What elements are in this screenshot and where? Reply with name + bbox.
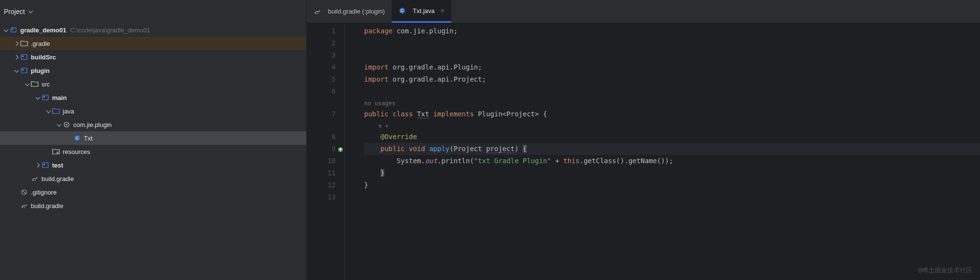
- line-number: 5: [307, 73, 336, 85]
- module-icon: [41, 161, 49, 169]
- tree-item-label: java: [63, 108, 74, 115]
- tab-txt-java[interactable]: CTxt.java×: [392, 0, 451, 23]
- code-line[interactable]: @Override: [364, 131, 980, 143]
- tree-item--gitignore[interactable]: .gitignore: [0, 185, 306, 199]
- package-icon: [63, 121, 70, 128]
- sidebar-header[interactable]: Project: [0, 0, 306, 23]
- svg-rect-0: [11, 28, 16, 32]
- arrow-none-icon: [13, 202, 20, 210]
- tree-item-build-gradle[interactable]: build.gradle: [0, 172, 306, 185]
- tree-root[interactable]: gradle_demo01 C:\code\java\gradle_demo01: [0, 23, 306, 37]
- source-folder-icon: [52, 107, 60, 115]
- svg-point-20: [24, 207, 25, 208]
- arrow-expanded-icon[interactable]: [44, 107, 52, 115]
- arrow-none-icon: [13, 188, 20, 196]
- code-line[interactable]: [364, 191, 980, 203]
- line-number: 10: [307, 155, 336, 167]
- chevron-down-icon: [29, 8, 32, 15]
- tree-item-label: plugin: [31, 67, 50, 74]
- arrow-expanded-icon[interactable]: [13, 67, 20, 74]
- class-icon: C: [398, 7, 406, 14]
- arrow-expanded-icon[interactable]: [34, 94, 41, 101]
- module-icon: [20, 67, 28, 74]
- code-line[interactable]: package com.jie.plugin;: [364, 25, 980, 37]
- code-line[interactable]: import org.gradle.api.Project;: [364, 73, 980, 85]
- project-tree: gradle_demo01 C:\code\java\gradle_demo01…: [0, 23, 306, 280]
- close-icon[interactable]: ×: [440, 7, 444, 14]
- arrow-collapsed-icon[interactable]: [34, 161, 41, 169]
- arrow-collapsed-icon[interactable]: [13, 53, 20, 61]
- line-number: 7: [307, 108, 336, 120]
- root-path: C:\code\java\gradle_demo01: [70, 27, 150, 34]
- module-icon: [41, 94, 49, 101]
- line-number: 6: [307, 85, 336, 98]
- svg-line-18: [23, 191, 26, 194]
- project-sidebar: Project gradle_demo01 C:\code\java\gradl…: [0, 0, 307, 280]
- code-line[interactable]: public void apply(Project project) {: [364, 143, 980, 155]
- inlay-action-icon[interactable]: ⚗ ▾: [364, 120, 980, 131]
- tree-item-build-gradle[interactable]: build.gradle: [0, 199, 306, 212]
- code-line[interactable]: [364, 49, 980, 61]
- code-line[interactable]: [364, 85, 980, 98]
- root-name: gradle_demo01: [20, 27, 66, 34]
- tree-item-java[interactable]: java: [0, 104, 306, 118]
- line-number: 13: [307, 191, 336, 203]
- code-line[interactable]: [364, 37, 980, 49]
- arrow-none-icon: [23, 175, 31, 182]
- folder-icon: [31, 80, 39, 88]
- code-line[interactable]: import org.gradle.api.Plugin;: [364, 61, 980, 73]
- svg-point-22: [317, 13, 318, 14]
- svg-rect-2: [21, 55, 27, 59]
- arrow-expanded-icon[interactable]: [2, 26, 10, 34]
- tab-label: Txt.java: [413, 7, 435, 14]
- tree-item-label: main: [52, 94, 67, 101]
- tree-item-src[interactable]: src: [0, 77, 306, 91]
- code-line[interactable]: }: [364, 167, 980, 179]
- svg-rect-7: [43, 96, 45, 98]
- tree-item-resources[interactable]: resources: [0, 145, 306, 158]
- tree-item-label: Txt: [84, 135, 93, 142]
- svg-text:C: C: [401, 8, 404, 13]
- tree-item-label: resources: [63, 148, 90, 155]
- svg-point-15: [33, 180, 34, 181]
- svg-point-12: [56, 152, 58, 154]
- svg-rect-6: [42, 95, 48, 100]
- code-editor[interactable]: 12345678910111213 package com.jie.plugin…: [307, 23, 980, 280]
- svg-rect-4: [21, 68, 27, 73]
- gradle-icon: [31, 175, 39, 182]
- code-content[interactable]: package com.jie.plugin;import org.gradle…: [344, 23, 980, 280]
- line-number: 2: [307, 37, 336, 49]
- code-line[interactable]: public class Txt implements Plugin<Proje…: [364, 108, 980, 120]
- line-number: 9: [307, 143, 336, 155]
- class-icon: C: [73, 134, 81, 142]
- tree-item-label: buildSrc: [31, 54, 56, 61]
- arrow-expanded-icon[interactable]: [55, 121, 63, 128]
- tree-item-plugin[interactable]: plugin: [0, 64, 306, 77]
- svg-rect-5: [22, 69, 24, 70]
- svg-rect-14: [43, 164, 45, 165]
- tree-item-label: .gitignore: [31, 189, 56, 196]
- tab-build-gradle---plugin-[interactable]: build.gradle (:plugin): [307, 0, 392, 23]
- tree-item-test[interactable]: test: [0, 158, 306, 172]
- tree-item--gradle[interactable]: .gradle: [0, 37, 306, 50]
- svg-rect-13: [42, 163, 48, 168]
- tree-item-txt[interactable]: CTxt: [0, 131, 306, 145]
- inlay-hint: no usages: [364, 98, 980, 108]
- tree-item-buildsrc[interactable]: buildSrc: [0, 50, 306, 64]
- editor-tabs: build.gradle (:plugin)CTxt.java×: [307, 0, 980, 23]
- tree-item-main[interactable]: main: [0, 91, 306, 104]
- tree-item-com-jie-plugin[interactable]: com.jie.plugin: [0, 118, 306, 131]
- code-line[interactable]: }: [364, 179, 980, 191]
- override-icon[interactable]: [338, 145, 343, 157]
- tree-item-label: build.gradle: [41, 175, 74, 182]
- editor-area: build.gradle (:plugin)CTxt.java× 1234567…: [307, 0, 980, 280]
- tree-item-label: .gradle: [31, 40, 50, 47]
- arrow-collapsed-icon[interactable]: [13, 40, 20, 47]
- code-line[interactable]: System.out.println("txt Gradle Plugin" +…: [364, 155, 980, 167]
- svg-rect-3: [22, 56, 24, 57]
- line-number: 4: [307, 61, 336, 73]
- svg-point-21: [315, 13, 316, 14]
- line-number: 1: [307, 25, 336, 37]
- svg-point-19: [22, 207, 23, 208]
- arrow-expanded-icon[interactable]: [23, 80, 31, 88]
